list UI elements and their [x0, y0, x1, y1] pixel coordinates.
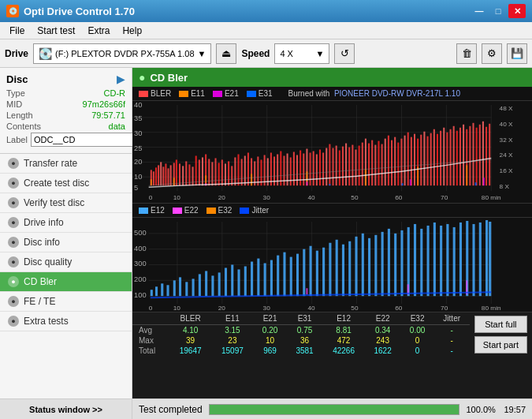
svg-text:200: 200 — [134, 275, 147, 283]
sidebar-item-transfer-rate[interactable]: ● Transfer rate — [0, 154, 132, 174]
svg-text:10: 10 — [173, 305, 181, 312]
sidebar-item-extra-tests[interactable]: ● Extra tests — [0, 312, 132, 331]
row-total-e31: 3581 — [287, 346, 323, 356]
sidebar-label-cd-bler: CD Bler — [24, 276, 57, 287]
drive-name: (F:) PLEXTOR DVDR PX-755A 1.08 — [55, 49, 194, 58]
svg-rect-49 — [185, 161, 187, 185]
e32-color — [206, 208, 216, 214]
svg-text:24 X: 24 X — [500, 152, 514, 159]
svg-rect-214 — [322, 248, 325, 296]
cd-bler-chart-icon: ● — [139, 71, 145, 84]
disc-arrow-icon[interactable]: ▶ — [117, 73, 125, 85]
start-part-button[interactable]: Start part — [474, 336, 527, 354]
row-avg-e21: 0.20 — [254, 325, 287, 336]
svg-rect-210 — [296, 254, 299, 297]
erase-button[interactable]: 🗑 — [456, 43, 477, 64]
svg-rect-206 — [270, 260, 273, 297]
start-full-button[interactable]: Start full — [474, 316, 527, 333]
minimize-button[interactable]: — — [471, 4, 488, 18]
svg-text:32 X: 32 X — [500, 137, 514, 144]
svg-rect-56 — [208, 159, 210, 185]
title-bar: 💿 Opti Drive Control 1.70 — □ ✕ — [0, 0, 532, 22]
svg-text:60: 60 — [395, 305, 403, 312]
svg-rect-223 — [381, 232, 384, 296]
row-max-e12: 472 — [322, 335, 364, 346]
close-button[interactable]: ✕ — [508, 4, 526, 18]
svg-rect-215 — [329, 243, 331, 296]
row-max-bler: 39 — [169, 335, 211, 346]
svg-rect-41 — [162, 166, 164, 185]
sidebar-item-verify-test-disc[interactable]: ● Verify test disc — [0, 193, 132, 213]
svg-rect-128 — [443, 128, 445, 185]
bler-color — [139, 91, 148, 97]
speed-value: 4 X — [280, 49, 293, 58]
maximize-button[interactable]: □ — [489, 4, 507, 18]
svg-rect-194 — [192, 279, 195, 296]
disc-label-input[interactable] — [31, 133, 146, 147]
settings-button[interactable]: ⚙ — [482, 43, 502, 64]
sidebar-item-cd-bler[interactable]: ● CD Bler — [0, 272, 132, 292]
svg-text:500: 500 — [134, 229, 147, 237]
svg-rect-200 — [231, 265, 233, 297]
burner-name: PIONEER DVD-RW DVR-217L 1.10 — [334, 89, 460, 98]
sidebar-label-disc-info: Disc info — [24, 237, 60, 248]
svg-rect-144 — [173, 178, 175, 185]
sidebar-item-disc-quality[interactable]: ● Disc quality — [0, 253, 132, 272]
svg-rect-46 — [176, 159, 177, 185]
sidebar-item-fe-te[interactable]: ● FE / TE — [0, 292, 132, 312]
eject-button[interactable]: ⏏ — [216, 43, 236, 64]
refresh-button[interactable]: ↺ — [334, 43, 355, 64]
speed-select[interactable]: 4 X ▼ — [274, 43, 329, 64]
sidebar-item-create-test-disc[interactable]: ● Create test disc — [0, 174, 132, 193]
svg-text:10: 10 — [134, 173, 142, 181]
drive-label: Drive — [5, 48, 28, 59]
legend-e22: E22 — [173, 206, 199, 215]
svg-rect-228 — [414, 224, 416, 296]
col-header-label — [132, 312, 169, 325]
svg-rect-232 — [440, 226, 442, 296]
row-total-e32: 0 — [401, 346, 434, 356]
svg-rect-207 — [277, 256, 279, 297]
legend-bler-label: BLER — [151, 89, 171, 98]
status-window-button[interactable]: Status window >> — [0, 399, 132, 419]
menu-start-test[interactable]: Start test — [31, 24, 81, 38]
sidebar-label-drive-info: Drive info — [24, 217, 64, 228]
title-bar-left: 💿 Opti Drive Control 1.70 — [6, 5, 135, 17]
svg-rect-94 — [333, 148, 334, 186]
svg-rect-100 — [352, 145, 353, 186]
svg-rect-234 — [453, 227, 456, 296]
speed-label: Speed — [241, 48, 270, 59]
disc-contents-label: Contents — [6, 122, 41, 131]
svg-rect-213 — [316, 251, 318, 297]
svg-rect-190 — [166, 285, 169, 296]
svg-rect-217 — [342, 245, 344, 296]
disc-type-row: Type CD-R — [6, 88, 125, 98]
svg-text:40 X: 40 X — [500, 121, 514, 128]
sidebar-item-disc-info[interactable]: ● Disc info — [0, 233, 132, 253]
menu-extra[interactable]: Extra — [81, 24, 116, 38]
status-time: 19:57 — [504, 405, 532, 414]
svg-rect-156 — [401, 183, 403, 185]
svg-rect-233 — [446, 224, 448, 296]
sidebar-item-drive-info[interactable]: ● Drive info — [0, 213, 132, 233]
menu-help[interactable]: Help — [116, 24, 148, 38]
svg-text:400: 400 — [134, 245, 147, 253]
drive-select[interactable]: 💽 (F:) PLEXTOR DVDR PX-755A 1.08 ▼ — [33, 43, 211, 64]
svg-rect-141 — [485, 127, 487, 185]
svg-text:40: 40 — [307, 305, 315, 312]
legend-e31: E31 — [247, 89, 273, 98]
menu-file[interactable]: File — [3, 24, 31, 38]
svg-rect-154 — [483, 178, 485, 185]
app-title: Opti Drive Control 1.70 — [24, 6, 135, 17]
svg-text:30: 30 — [263, 305, 271, 312]
sidebar-label-disc-quality: Disc quality — [24, 256, 72, 267]
verify-test-disc-icon: ● — [8, 197, 19, 208]
svg-rect-152 — [306, 181, 307, 185]
row-max-e32: 0 — [401, 335, 434, 346]
progress-percentage: 100.0% — [466, 405, 497, 414]
svg-rect-187 — [151, 290, 153, 296]
svg-rect-202 — [244, 266, 247, 296]
save-button[interactable]: 💾 — [507, 43, 527, 64]
svg-rect-95 — [336, 146, 337, 186]
svg-rect-107 — [374, 145, 376, 186]
